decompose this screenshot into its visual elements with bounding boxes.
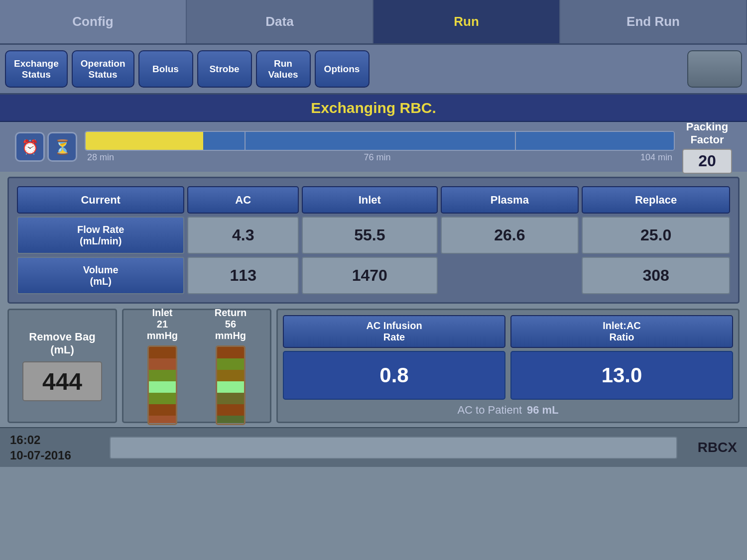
progress-tick-1 <box>245 132 246 150</box>
flow-rate-replace: 25.0 <box>582 217 730 254</box>
volume-inlet: 1470 <box>302 257 438 294</box>
ac-to-patient-value: 96 mL <box>527 404 559 417</box>
progress-bar-container: 28 min 76 min 104 min <box>85 131 675 163</box>
run-values-button[interactable]: RunValues <box>256 50 311 88</box>
timer-icons: ⏰ ⏳ <box>15 132 77 162</box>
progress-bar-track <box>85 131 675 151</box>
volume-ac: 113 <box>187 257 299 294</box>
footer-bar <box>110 437 677 459</box>
sub-navigation: ExchangeStatus OperationStatus Bolus Str… <box>0 45 747 95</box>
volume-label: Volume(mL) <box>17 257 184 294</box>
progress-label-28: 28 min <box>87 152 114 163</box>
col-header-replace: Replace <box>582 186 730 214</box>
bolus-button[interactable]: Bolus <box>138 50 193 88</box>
flow-rate-inlet: 55.5 <box>302 217 438 254</box>
ac-bottom-row: AC to Patient 96 mL <box>283 404 733 417</box>
strobe-button[interactable]: Strobe <box>197 50 252 88</box>
footer-date-text: 10-07-2016 <box>10 448 71 462</box>
footer: 16:02 10-07-2016 RBCX <box>0 427 747 467</box>
config-button[interactable]: Config <box>0 0 187 43</box>
packing-factor-label: PackingFactor <box>686 120 728 146</box>
footer-label: RBCX <box>687 440 737 455</box>
return-pressure-item: Return56mmHg <box>215 307 247 425</box>
pressure-panel: Inlet21mmHg Return56mmHg <box>122 309 271 423</box>
inlet-pressure-label: Inlet21mmHg <box>147 307 178 341</box>
options-button[interactable]: Options <box>315 50 370 88</box>
operation-status-button[interactable]: OperationStatus <box>72 50 134 88</box>
inlet-ac-ratio-label: Inlet:ACRatio <box>510 315 733 348</box>
flow-rate-ac: 4.3 <box>187 217 299 254</box>
volume-plasma-empty <box>441 257 579 294</box>
ac-infusion-label: AC InfusionRate <box>283 315 505 348</box>
flow-rate-label: Flow Rate(mL/min) <box>17 217 184 254</box>
col-header-current: Current <box>17 186 184 214</box>
packing-factor-section: PackingFactor 20 <box>682 120 732 174</box>
data-table: Current AC Inlet Plasma Replace Flow Rat… <box>14 183 733 297</box>
table-row-flow: Flow Rate(mL/min) 4.3 55.5 26.6 25.0 <box>17 217 730 254</box>
end-run-button[interactable]: End Run <box>560 0 747 43</box>
status-text: Exchanging RBC. <box>311 100 436 116</box>
volume-replace: 308 <box>582 257 730 294</box>
hourglass-icon: ⏳ <box>47 132 77 162</box>
progress-fill-blue <box>203 132 674 150</box>
remove-bag-value: 444 <box>22 361 102 401</box>
return-pressure-bar <box>216 345 246 425</box>
ac-to-patient-label: AC to Patient <box>457 404 522 417</box>
status-banner: Exchanging RBC. <box>0 95 747 122</box>
top-navigation: Config Data Run End Run <box>0 0 747 45</box>
run-button[interactable]: Run <box>374 0 560 43</box>
inlet-pressure-item: Inlet21mmHg <box>147 307 178 425</box>
progress-tick-2 <box>515 132 516 150</box>
inlet-ac-ratio-value: 13.0 <box>510 351 733 400</box>
progress-label-76: 76 min <box>364 152 390 163</box>
ac-infusion-value: 0.8 <box>283 351 505 400</box>
table-row-volume: Volume(mL) 113 1470 308 <box>17 257 730 294</box>
footer-datetime: 16:02 10-07-2016 <box>10 432 100 463</box>
clock-icon: ⏰ <box>15 132 45 162</box>
flow-rate-plasma: 26.6 <box>441 217 579 254</box>
data-table-section: Current AC Inlet Plasma Replace Flow Rat… <box>7 177 740 304</box>
remove-bag-label: Remove Bag(mL) <box>29 331 95 356</box>
bottom-section: Remove Bag(mL) 444 Inlet21mmHg Return56m… <box>7 309 740 423</box>
progress-section: ⏰ ⏳ 28 min 76 min 104 min PackingFactor … <box>0 122 747 172</box>
ac-top-row: AC InfusionRate 0.8 Inlet:ACRatio 13.0 <box>283 315 733 400</box>
progress-fill-yellow <box>86 132 203 150</box>
ac-infusion-item: AC InfusionRate 0.8 <box>283 315 505 400</box>
progress-label-104: 104 min <box>640 152 672 163</box>
footer-time-text: 16:02 <box>10 433 40 447</box>
remove-bag-panel: Remove Bag(mL) 444 <box>7 309 117 423</box>
progress-labels: 28 min 76 min 104 min <box>85 152 675 163</box>
col-header-inlet: Inlet <box>302 186 438 214</box>
sub-nav-inactive <box>687 50 742 88</box>
ac-panel: AC InfusionRate 0.8 Inlet:ACRatio 13.0 A… <box>276 309 740 423</box>
inlet-pressure-bar <box>147 345 177 425</box>
col-header-ac: AC <box>187 186 299 214</box>
inlet-ac-ratio-item: Inlet:ACRatio 13.0 <box>510 315 733 400</box>
col-header-plasma: Plasma <box>441 186 579 214</box>
return-pressure-label: Return56mmHg <box>215 307 247 341</box>
exchange-status-button[interactable]: ExchangeStatus <box>5 50 68 88</box>
data-button[interactable]: Data <box>187 0 374 43</box>
packing-factor-value: 20 <box>682 149 732 174</box>
